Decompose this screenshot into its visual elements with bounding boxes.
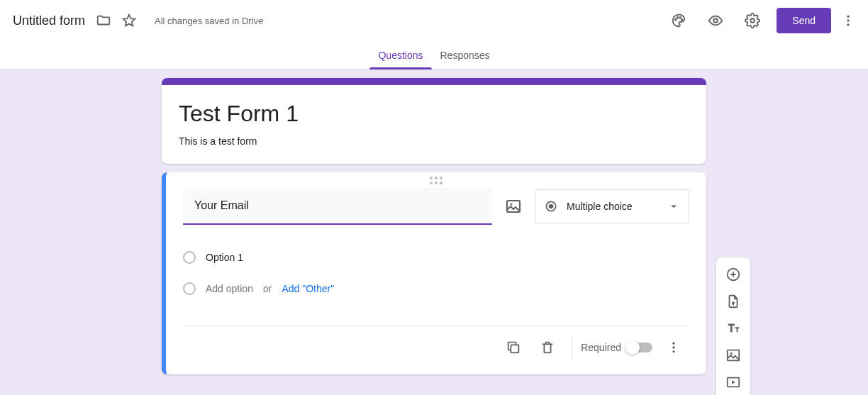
svg-point-6 [847, 16, 849, 18]
tab-questions[interactable]: Questions [369, 41, 431, 69]
import-questions-button[interactable] [720, 289, 746, 314]
app-header: Untitled form All changes saved in Drive… [0, 0, 868, 41]
question-type-label: Multiple choice [567, 201, 659, 212]
add-title-button[interactable] [720, 316, 746, 341]
send-button[interactable]: Send [777, 8, 831, 33]
svg-point-10 [511, 204, 513, 206]
svg-rect-13 [511, 345, 519, 352]
svg-point-3 [681, 19, 683, 21]
question-more-icon[interactable] [658, 332, 689, 363]
add-video-button[interactable] [720, 369, 746, 395]
add-option-row: Add option or Add "Other" [183, 272, 689, 306]
option-row[interactable]: Option 1 [183, 243, 689, 272]
header-actions: Send [656, 6, 862, 35]
option-label[interactable]: Option 1 [206, 252, 243, 263]
more-icon[interactable] [834, 6, 862, 35]
svg-point-2 [680, 17, 681, 18]
radio-empty-icon [183, 282, 196, 295]
form-title[interactable]: Test Form 1 [179, 101, 689, 127]
svg-point-15 [672, 346, 674, 348]
add-other-button[interactable]: Add "Other" [282, 283, 334, 294]
form-header-card[interactable]: Test Form 1 This is a test form [162, 78, 706, 164]
document-title[interactable]: Untitled form [13, 13, 85, 28]
svg-point-12 [549, 204, 554, 209]
svg-point-16 [672, 350, 674, 352]
main-tabs: Questions Responses [0, 41, 868, 69]
question-card[interactable]: Multiple choice Option 1 Add option [162, 172, 706, 374]
form-description[interactable]: This is a test form [179, 135, 689, 147]
svg-point-8 [847, 23, 849, 26]
palette-icon[interactable] [664, 6, 693, 35]
save-status: All changes saved in Drive [155, 16, 263, 26]
radio-icon [544, 199, 558, 213]
delete-icon[interactable] [532, 332, 563, 363]
question-footer: Required [183, 326, 689, 374]
drag-handle-icon[interactable] [166, 172, 706, 188]
required-toggle[interactable] [627, 343, 652, 352]
add-option-button[interactable]: Add option [206, 283, 253, 294]
svg-point-7 [847, 19, 849, 21]
svg-point-0 [675, 19, 677, 21]
svg-point-4 [714, 18, 718, 23]
svg-point-5 [751, 18, 755, 23]
required-label: Required [581, 342, 621, 353]
settings-icon[interactable] [738, 6, 767, 35]
question-type-select[interactable]: Multiple choice [535, 189, 689, 223]
question-title-input[interactable] [183, 188, 492, 225]
add-image-button[interactable] [720, 343, 746, 368]
folder-icon[interactable] [95, 12, 112, 29]
add-image-icon[interactable] [505, 198, 522, 215]
form-canvas: Test Form 1 This is a test form [0, 69, 868, 395]
or-label: or [263, 283, 272, 294]
add-question-button[interactable] [720, 262, 746, 287]
svg-point-1 [677, 17, 679, 18]
svg-point-14 [672, 343, 674, 345]
star-icon[interactable] [121, 12, 138, 29]
preview-icon[interactable] [701, 6, 730, 35]
separator [572, 336, 572, 359]
tab-responses[interactable]: Responses [432, 41, 499, 69]
side-toolbar [716, 257, 750, 395]
options-list: Option 1 Add option or Add "Other" [183, 243, 689, 306]
radio-empty-icon [183, 251, 196, 264]
chevron-down-icon [667, 200, 680, 213]
duplicate-icon[interactable] [498, 332, 529, 363]
svg-point-19 [730, 352, 733, 355]
